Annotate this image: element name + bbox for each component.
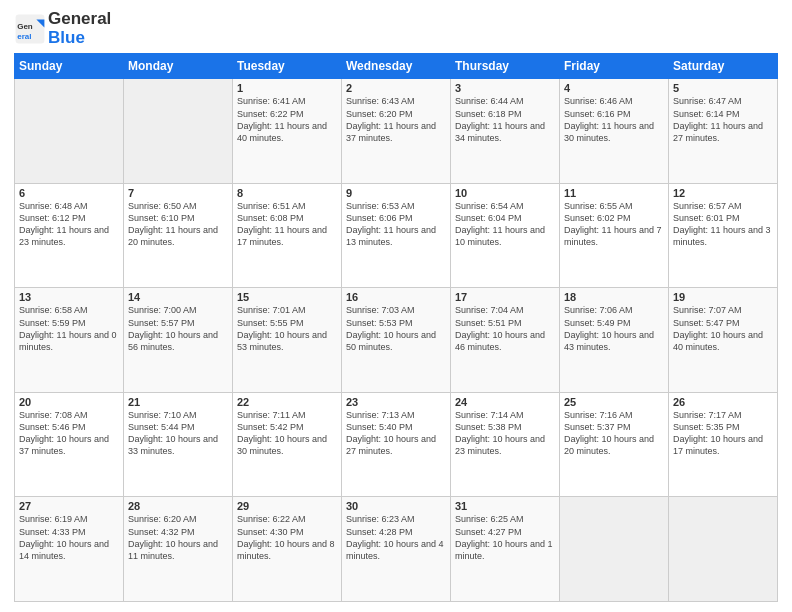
calendar-cell: 24Sunrise: 7:14 AM Sunset: 5:38 PM Dayli… — [451, 392, 560, 497]
calendar-cell: 13Sunrise: 6:58 AM Sunset: 5:59 PM Dayli… — [15, 288, 124, 393]
calendar-cell: 27Sunrise: 6:19 AM Sunset: 4:33 PM Dayli… — [15, 497, 124, 602]
day-number: 22 — [237, 396, 337, 408]
calendar-cell: 12Sunrise: 6:57 AM Sunset: 6:01 PM Dayli… — [669, 183, 778, 288]
day-number: 29 — [237, 500, 337, 512]
cell-info: Sunrise: 7:00 AM Sunset: 5:57 PM Dayligh… — [128, 304, 228, 353]
day-header-saturday: Saturday — [669, 54, 778, 79]
calendar-week-3: 13Sunrise: 6:58 AM Sunset: 5:59 PM Dayli… — [15, 288, 778, 393]
day-number: 25 — [564, 396, 664, 408]
day-number: 16 — [346, 291, 446, 303]
calendar-cell — [560, 497, 669, 602]
calendar-cell: 19Sunrise: 7:07 AM Sunset: 5:47 PM Dayli… — [669, 288, 778, 393]
day-number: 1 — [237, 82, 337, 94]
day-number: 2 — [346, 82, 446, 94]
calendar-cell: 17Sunrise: 7:04 AM Sunset: 5:51 PM Dayli… — [451, 288, 560, 393]
cell-info: Sunrise: 6:46 AM Sunset: 6:16 PM Dayligh… — [564, 95, 664, 144]
day-number: 17 — [455, 291, 555, 303]
cell-info: Sunrise: 6:23 AM Sunset: 4:28 PM Dayligh… — [346, 513, 446, 562]
calendar-cell: 29Sunrise: 6:22 AM Sunset: 4:30 PM Dayli… — [233, 497, 342, 602]
cell-info: Sunrise: 7:01 AM Sunset: 5:55 PM Dayligh… — [237, 304, 337, 353]
cell-info: Sunrise: 7:03 AM Sunset: 5:53 PM Dayligh… — [346, 304, 446, 353]
calendar-cell: 26Sunrise: 7:17 AM Sunset: 5:35 PM Dayli… — [669, 392, 778, 497]
calendar-cell — [15, 79, 124, 184]
cell-info: Sunrise: 6:55 AM Sunset: 6:02 PM Dayligh… — [564, 200, 664, 249]
day-number: 10 — [455, 187, 555, 199]
day-number: 28 — [128, 500, 228, 512]
cell-info: Sunrise: 7:14 AM Sunset: 5:38 PM Dayligh… — [455, 409, 555, 458]
cell-info: Sunrise: 6:51 AM Sunset: 6:08 PM Dayligh… — [237, 200, 337, 249]
day-number: 6 — [19, 187, 119, 199]
calendar-cell: 20Sunrise: 7:08 AM Sunset: 5:46 PM Dayli… — [15, 392, 124, 497]
cell-info: Sunrise: 6:22 AM Sunset: 4:30 PM Dayligh… — [237, 513, 337, 562]
calendar-cell: 9Sunrise: 6:53 AM Sunset: 6:06 PM Daylig… — [342, 183, 451, 288]
calendar-week-4: 20Sunrise: 7:08 AM Sunset: 5:46 PM Dayli… — [15, 392, 778, 497]
cell-info: Sunrise: 7:06 AM Sunset: 5:49 PM Dayligh… — [564, 304, 664, 353]
cell-info: Sunrise: 6:48 AM Sunset: 6:12 PM Dayligh… — [19, 200, 119, 249]
logo-icon: Gen eral — [14, 13, 46, 45]
day-number: 24 — [455, 396, 555, 408]
cell-info: Sunrise: 6:47 AM Sunset: 6:14 PM Dayligh… — [673, 95, 773, 144]
day-number: 5 — [673, 82, 773, 94]
day-number: 20 — [19, 396, 119, 408]
cell-info: Sunrise: 6:25 AM Sunset: 4:27 PM Dayligh… — [455, 513, 555, 562]
svg-text:Gen: Gen — [17, 22, 33, 31]
cell-info: Sunrise: 7:04 AM Sunset: 5:51 PM Dayligh… — [455, 304, 555, 353]
day-number: 9 — [346, 187, 446, 199]
calendar-cell: 7Sunrise: 6:50 AM Sunset: 6:10 PM Daylig… — [124, 183, 233, 288]
day-number: 27 — [19, 500, 119, 512]
day-header-tuesday: Tuesday — [233, 54, 342, 79]
cell-info: Sunrise: 6:50 AM Sunset: 6:10 PM Dayligh… — [128, 200, 228, 249]
calendar-cell: 14Sunrise: 7:00 AM Sunset: 5:57 PM Dayli… — [124, 288, 233, 393]
day-number: 19 — [673, 291, 773, 303]
calendar-week-5: 27Sunrise: 6:19 AM Sunset: 4:33 PM Dayli… — [15, 497, 778, 602]
day-number: 23 — [346, 396, 446, 408]
cell-info: Sunrise: 7:07 AM Sunset: 5:47 PM Dayligh… — [673, 304, 773, 353]
day-number: 4 — [564, 82, 664, 94]
calendar-header-row: SundayMondayTuesdayWednesdayThursdayFrid… — [15, 54, 778, 79]
calendar-cell: 16Sunrise: 7:03 AM Sunset: 5:53 PM Dayli… — [342, 288, 451, 393]
calendar-cell: 30Sunrise: 6:23 AM Sunset: 4:28 PM Dayli… — [342, 497, 451, 602]
day-header-sunday: Sunday — [15, 54, 124, 79]
calendar-cell: 6Sunrise: 6:48 AM Sunset: 6:12 PM Daylig… — [15, 183, 124, 288]
cell-info: Sunrise: 7:10 AM Sunset: 5:44 PM Dayligh… — [128, 409, 228, 458]
calendar-cell: 21Sunrise: 7:10 AM Sunset: 5:44 PM Dayli… — [124, 392, 233, 497]
day-number: 18 — [564, 291, 664, 303]
calendar-week-2: 6Sunrise: 6:48 AM Sunset: 6:12 PM Daylig… — [15, 183, 778, 288]
day-header-friday: Friday — [560, 54, 669, 79]
calendar-cell: 31Sunrise: 6:25 AM Sunset: 4:27 PM Dayli… — [451, 497, 560, 602]
day-header-monday: Monday — [124, 54, 233, 79]
header: Gen eral General Blue — [14, 10, 778, 47]
calendar-cell: 1Sunrise: 6:41 AM Sunset: 6:22 PM Daylig… — [233, 79, 342, 184]
logo-text: General Blue — [48, 10, 111, 47]
day-number: 14 — [128, 291, 228, 303]
day-number: 26 — [673, 396, 773, 408]
cell-info: Sunrise: 6:57 AM Sunset: 6:01 PM Dayligh… — [673, 200, 773, 249]
day-number: 7 — [128, 187, 228, 199]
cell-info: Sunrise: 7:13 AM Sunset: 5:40 PM Dayligh… — [346, 409, 446, 458]
cell-info: Sunrise: 6:19 AM Sunset: 4:33 PM Dayligh… — [19, 513, 119, 562]
cell-info: Sunrise: 6:58 AM Sunset: 5:59 PM Dayligh… — [19, 304, 119, 353]
cell-info: Sunrise: 6:44 AM Sunset: 6:18 PM Dayligh… — [455, 95, 555, 144]
calendar-cell: 3Sunrise: 6:44 AM Sunset: 6:18 PM Daylig… — [451, 79, 560, 184]
day-header-wednesday: Wednesday — [342, 54, 451, 79]
day-header-thursday: Thursday — [451, 54, 560, 79]
day-number: 11 — [564, 187, 664, 199]
cell-info: Sunrise: 7:16 AM Sunset: 5:37 PM Dayligh… — [564, 409, 664, 458]
day-number: 15 — [237, 291, 337, 303]
calendar-cell: 23Sunrise: 7:13 AM Sunset: 5:40 PM Dayli… — [342, 392, 451, 497]
cell-info: Sunrise: 7:08 AM Sunset: 5:46 PM Dayligh… — [19, 409, 119, 458]
day-number: 31 — [455, 500, 555, 512]
calendar-table: SundayMondayTuesdayWednesdayThursdayFrid… — [14, 53, 778, 602]
cell-info: Sunrise: 6:54 AM Sunset: 6:04 PM Dayligh… — [455, 200, 555, 249]
calendar-cell: 15Sunrise: 7:01 AM Sunset: 5:55 PM Dayli… — [233, 288, 342, 393]
cell-info: Sunrise: 7:11 AM Sunset: 5:42 PM Dayligh… — [237, 409, 337, 458]
day-number: 3 — [455, 82, 555, 94]
calendar-cell: 2Sunrise: 6:43 AM Sunset: 6:20 PM Daylig… — [342, 79, 451, 184]
cell-info: Sunrise: 6:43 AM Sunset: 6:20 PM Dayligh… — [346, 95, 446, 144]
calendar-cell: 5Sunrise: 6:47 AM Sunset: 6:14 PM Daylig… — [669, 79, 778, 184]
calendar-cell: 4Sunrise: 6:46 AM Sunset: 6:16 PM Daylig… — [560, 79, 669, 184]
calendar-cell: 28Sunrise: 6:20 AM Sunset: 4:32 PM Dayli… — [124, 497, 233, 602]
cell-info: Sunrise: 6:41 AM Sunset: 6:22 PM Dayligh… — [237, 95, 337, 144]
day-number: 8 — [237, 187, 337, 199]
calendar-cell: 22Sunrise: 7:11 AM Sunset: 5:42 PM Dayli… — [233, 392, 342, 497]
